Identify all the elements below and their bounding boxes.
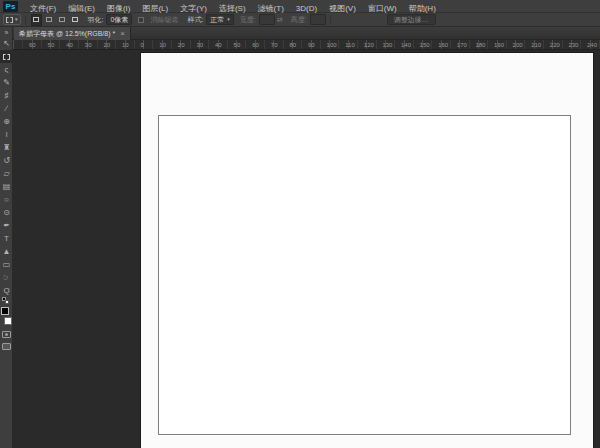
ruler-tick-label: 80 [289,41,296,49]
eyedropper-tool[interactable]: ∕ [0,102,13,115]
chevron-down-icon: ▾ [227,17,230,22]
menu-view[interactable]: 视图(V) [323,4,362,13]
divider [330,15,331,25]
menu-bar: Ps 文件(F)编辑(E)图像(I)图层(L)文字(Y)选择(S)滤镜(T)3D… [0,0,600,13]
style-label: 样式: [187,15,203,25]
document-tab-bar: 希腊字母表 @ 12.5%(RGB/8) * × [13,27,600,40]
hand-tool[interactable]: ☞ [0,271,13,284]
menu-filter[interactable]: 滤镜(T) [252,4,290,13]
ruler-tick-label: 10 [122,41,129,49]
ruler-tick-label: 120 [364,41,374,49]
foreground-color-swatch[interactable] [1,307,9,315]
move-tool[interactable]: ↖ [0,37,13,50]
canvas-area [13,50,600,448]
document-canvas[interactable] [141,53,593,448]
add-to-selection-button[interactable] [44,14,55,26]
new-selection-icon [33,17,39,22]
refine-edge-button[interactable]: 调整边缘… [387,14,436,25]
ruler-tick-label: 130 [382,41,392,49]
add-selection-icon [46,17,52,22]
intersect-selection-button[interactable] [70,14,81,26]
width-input [259,14,275,25]
menu-help[interactable]: 帮助(H) [403,4,442,13]
style-selected-value: 正常 [210,15,224,25]
ruler-tick-label: 30 [196,41,203,49]
tool-extras [0,297,13,350]
default-colors-icon[interactable] [0,297,13,305]
menu-window[interactable]: 窗口(W) [362,4,403,13]
quick-mask-button[interactable] [2,331,11,338]
ruler-tick-label: 20 [103,41,110,49]
ruler-tick-label: 10 [159,41,166,49]
collapse-panel[interactable]: » [0,27,13,37]
document-tab[interactable]: 希腊字母表 @ 12.5%(RGB/8) * × [14,27,131,40]
antialias-label: 消除锯齿 [150,15,178,25]
rectangle-shape-tool[interactable]: ▭ [0,258,13,271]
photoshop-window: Ps 文件(F)编辑(E)图像(I)图层(L)文字(Y)选择(S)滤镜(T)3D… [0,0,600,448]
screen-mode-button[interactable] [2,343,11,350]
menu-select[interactable]: 选择(S) [213,4,252,13]
ruler-tick-label: 150 [420,41,430,49]
document-tab-title: 希腊字母表 @ 12.5%(RGB/8) * [19,29,115,39]
ruler-tick-label: 20 [178,41,185,49]
ruler-tick-label: 40 [66,41,73,49]
subtract-from-selection-button[interactable] [57,14,68,26]
rectangular-marquee-icon [3,54,10,60]
horizontal-ruler[interactable]: 6050403020100102030405060708090100110120… [13,40,600,50]
healing-brush-tool[interactable]: ⊕ [0,115,13,128]
marquee-preset-icon [6,17,13,23]
tool-list: »↖ς✎♯∕⊕≀♜↺▱▤○⊙✒T▲▭☞Q [0,27,12,297]
pen-tool[interactable]: ✒ [0,219,13,232]
ruler-tick-label: 210 [531,41,541,49]
menu-type[interactable]: 文字(Y) [174,4,213,13]
menu-image[interactable]: 图像(I) [101,4,137,13]
options-bar: ▾ 羽化: 0像素 消除锯齿 样式: 正常 ▾ 宽度: ⇄ 高度: 调整边缘… [0,13,600,27]
ruler-tick-label: 180 [475,41,485,49]
feather-input[interactable]: 0像素 [106,14,132,25]
menu-3d[interactable]: 3D(D) [290,4,323,13]
menu-layer[interactable]: 图层(L) [136,4,174,13]
ruler-tick-label: 190 [494,41,504,49]
path-selection-tool[interactable]: ▲ [0,245,13,258]
height-label: 高度: [291,15,307,25]
crop-tool[interactable]: ♯ [0,89,13,102]
dodge-tool[interactable]: ⊙ [0,206,13,219]
blur-tool[interactable]: ○ [0,193,13,206]
ruler-tick-label: 160 [438,41,448,49]
gradient-tool[interactable]: ▤ [0,180,13,193]
menu-edit[interactable]: 编辑(E) [62,4,101,13]
eraser-tool[interactable]: ▱ [0,167,13,180]
ruler-tick-label: 240 [587,41,597,49]
width-label: 宽度: [240,15,256,25]
height-input [310,14,326,25]
antialias-checkbox[interactable] [138,17,144,23]
style-select[interactable]: 正常 ▾ [206,14,234,25]
tab-close-button[interactable]: × [120,30,125,38]
history-brush-tool[interactable]: ↺ [0,154,13,167]
swap-dimensions-icon: ⇄ [277,16,283,24]
new-selection-button[interactable] [31,14,42,26]
chevron-down-icon: ▾ [15,17,18,22]
tools-panel: »↖ς✎♯∕⊕≀♜↺▱▤○⊙✒T▲▭☞Q [0,27,13,448]
drawn-rectangle [158,115,571,435]
zoom-tool[interactable]: Q [0,284,13,297]
ruler-tick-label: 70 [271,41,278,49]
subtract-selection-icon [59,17,65,22]
lasso-tool[interactable]: ς [0,63,13,76]
feather-label: 羽化: [88,15,104,25]
ruler-tick-label: 50 [234,41,241,49]
rectangular-marquee-tool[interactable] [0,50,13,63]
menu-file[interactable]: 文件(F) [24,4,62,13]
ruler-tick-label: 230 [568,41,578,49]
ruler-tick-label: 90 [308,41,315,49]
ruler-tick-label: 50 [48,41,55,49]
type-tool[interactable]: T [0,232,13,245]
ruler-tick-label: 140 [401,41,411,49]
tool-preset-dropdown[interactable]: ▾ [3,14,21,25]
clone-stamp-tool[interactable]: ♜ [0,141,13,154]
ruler-tick-label: 60 [252,41,259,49]
background-color-swatch[interactable] [4,317,12,325]
brush-tool[interactable]: ≀ [0,128,13,141]
quick-selection-tool[interactable]: ✎ [0,76,13,89]
ruler-tick-label: 0 [141,41,144,49]
